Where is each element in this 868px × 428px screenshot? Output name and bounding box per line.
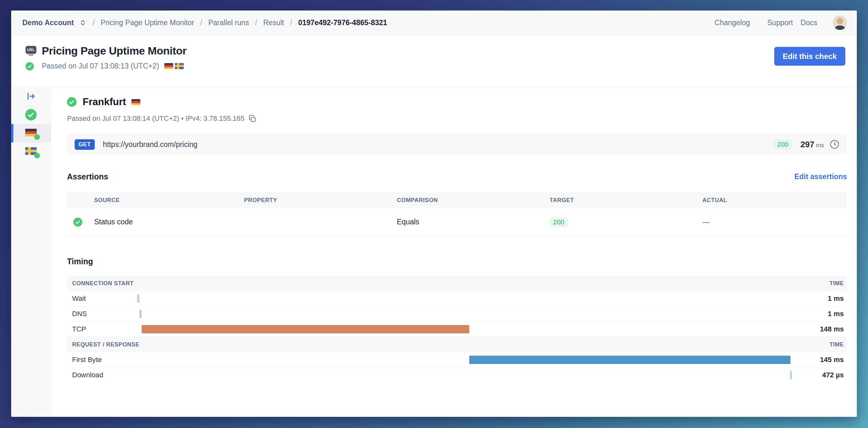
col-target: TARGET [550,197,703,204]
top-navigation: Changelog Support Docs [715,15,847,30]
sweden-flag-icon [175,63,184,69]
col-source: SOURCE [94,197,244,204]
assertions-section: Assertions Edit assertions SOURCE PROPER… [67,172,847,236]
timing-value: 145 ms [796,356,847,364]
timing-row: TCP148 ms [67,322,847,337]
timing-time-column-header: TIME [796,341,847,348]
timing-phase-label: Wait [67,294,137,303]
breadcrumb: Demo Account / Pricing Page Uptime Monit… [22,19,387,27]
account-switcher-chevrons-icon[interactable] [79,19,87,27]
request-url: https://yourbrand.com/pricing [103,140,198,149]
region-title: Frankfurt [83,96,126,108]
sidebar-collapse-button[interactable] [11,87,51,105]
timing-title: Timing [67,257,93,266]
nav-changelog[interactable]: Changelog [715,19,750,27]
passed-dot [34,134,40,140]
breadcrumb-item-parallel-runs[interactable]: Parallel runs [208,19,249,27]
http-method-badge: GET [75,139,95,150]
timing-phase-label: First Byte [67,356,137,364]
col-comparison: COMPARISON [397,197,550,204]
sidebar-item-overall-result[interactable] [11,105,51,124]
breadcrumb-separator: / [93,19,94,27]
passed-dot [34,153,40,158]
timing-row: DNS1 ms [67,306,847,322]
app-window: Demo Account / Pricing Page Uptime Monit… [11,10,857,417]
nav-support[interactable]: Support [767,19,793,27]
check-header: URL Pricing Page Uptime Monitor Passed o… [11,35,857,87]
response-time: 297ms [800,140,824,150]
timing-bar-track [137,325,793,333]
assertion-actual: — [703,218,847,226]
check-passed-icon [25,109,37,121]
timing-value: 1 ms [796,310,847,318]
assertion-passed-icon [73,218,82,227]
timing-row: Download472 µs [67,367,847,383]
breadcrumb-item-result[interactable]: Result [263,19,284,27]
timing-value: 472 µs [796,371,847,379]
timing-table: CONNECTION STARTTIMEWait1 msDNS1 msTCP14… [67,276,847,383]
timing-bar [140,310,142,318]
timing-bar [790,371,792,379]
page-title: Pricing Page Uptime Monitor [42,44,187,57]
run-sidebar [11,87,51,417]
check-passed-icon [26,62,34,70]
breadcrumb-current-run-id: 0197e492-7976-4865-8321 [298,19,387,27]
edit-check-button[interactable]: Edit this check [774,47,845,66]
avatar-photo [833,15,847,30]
run-meta-text: Passed on Jul 07 13:08:14 (UTC+2) • IPv4… [67,114,244,123]
timing-group-header: REQUEST / RESPONSETIME [67,337,847,352]
sidebar-item-frankfurt[interactable] [11,124,51,142]
col-property: PROPERTY [244,197,397,204]
assertion-row: Status code Equals 200 — [67,208,847,236]
assertion-source: Status code [94,218,244,226]
timing-phase-label: Download [67,371,137,379]
run-result-panel: Frankfurt Passed on Jul 07 13:08:14 (UTC… [51,87,857,417]
nav-docs[interactable]: Docs [801,19,817,27]
timing-group-title: REQUEST / RESPONSE [67,341,140,348]
timing-value: 1 ms [796,294,847,303]
request-summary: GET https://yourbrand.com/pricing 200 29… [67,134,847,155]
check-status-text: Passed on Jul 07 13:08:13 (UTC+2) [42,62,159,70]
timing-phase-label: DNS [67,310,137,318]
breadcrumb-separator: / [290,19,292,27]
assertions-table: SOURCE PROPERTY COMPARISON TARGET ACTUAL… [67,192,847,236]
sidebar-item-stockholm[interactable] [11,142,51,161]
timing-value: 148 ms [796,325,847,333]
germany-flag-icon [131,99,141,105]
edit-assertions-link[interactable]: Edit assertions [794,172,847,181]
url-check-type-icon: URL [26,46,36,56]
timing-phase-label: TCP [67,325,137,333]
timing-bar-track [137,310,793,318]
assertions-table-header: SOURCE PROPERTY COMPARISON TARGET ACTUAL [67,192,847,208]
timing-bar-track [137,356,793,364]
copy-icon[interactable] [248,114,256,123]
germany-flag-icon [164,63,173,69]
collapse-sidebar-icon [26,92,36,101]
timing-section: Timing CONNECTION STARTTIMEWait1 msDNS1 … [67,257,847,383]
col-actual: ACTUAL [703,197,847,204]
avatar[interactable] [833,15,847,30]
breadcrumb-item-check[interactable]: Pricing Page Uptime Monitor [101,19,194,27]
topbar: Demo Account / Pricing Page Uptime Monit… [11,10,857,35]
timing-bar [137,294,140,303]
assertion-comparison: Equals [397,218,550,226]
breadcrumb-separator: / [255,19,257,27]
response-status-badge: 200 [773,139,792,150]
timing-bar-track [137,294,793,303]
timing-bar [469,356,790,364]
timing-bar [142,325,470,333]
clock-icon [830,140,839,149]
timing-group-title: CONNECTION START [67,280,134,287]
timing-row: First Byte145 ms [67,352,847,367]
timing-group-header: CONNECTION STARTTIME [67,276,847,291]
account-switcher[interactable]: Demo Account [22,19,74,27]
timing-row: Wait1 ms [67,291,847,306]
assertions-title: Assertions [67,172,108,181]
region-passed-icon [67,97,76,107]
timing-time-column-header: TIME [796,280,847,287]
assertion-target: 200 [550,217,568,227]
timing-bar-track [137,371,793,379]
breadcrumb-separator: / [200,19,202,27]
